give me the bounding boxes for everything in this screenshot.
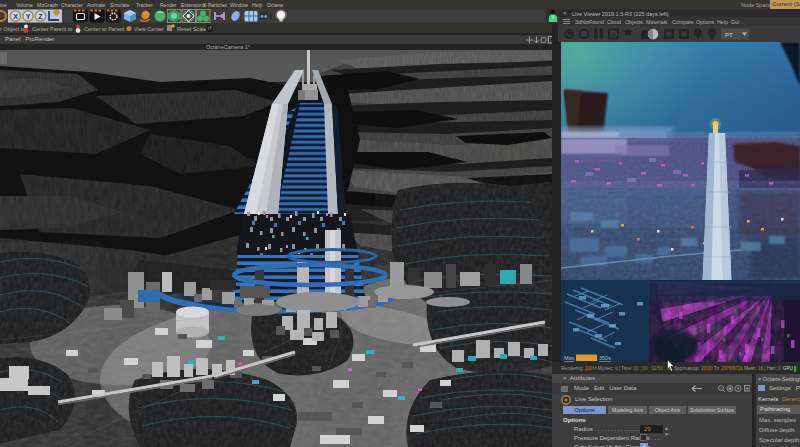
svg-text:Max: Max [564,355,575,361]
svg-text:PT: PT [725,32,733,38]
svg-text:A: A [612,32,616,38]
svg-text:Y: Y [26,13,31,20]
svg-text:X: X [13,13,18,20]
svg-text:350s: 350s [599,355,611,361]
svg-text:Z: Z [38,13,43,20]
